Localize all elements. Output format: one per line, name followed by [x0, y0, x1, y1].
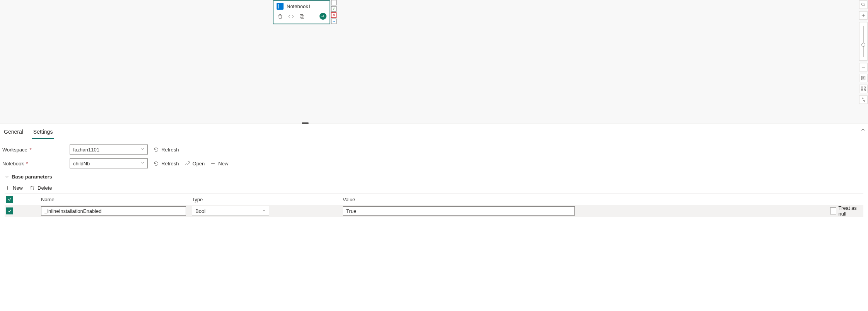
workspace-label: Workspace * — [2, 147, 64, 153]
toolbar-divider — [26, 184, 26, 191]
pipeline-canvas[interactable]: Notebook1 ✓ ✕ → — [0, 0, 868, 124]
treat-as-null-checkbox[interactable] — [830, 207, 836, 214]
chevron-down-icon — [5, 175, 9, 179]
workspace-label-text: Workspace — [2, 147, 27, 153]
run-icon[interactable] — [320, 13, 326, 20]
notebook-label-text: Notebook — [2, 161, 24, 167]
copy-icon[interactable] — [298, 13, 305, 20]
svg-rect-4 — [863, 77, 864, 79]
param-name-input[interactable] — [41, 206, 186, 216]
tab-settings[interactable]: Settings — [32, 126, 55, 139]
collapse-icon[interactable] — [859, 95, 868, 104]
notebook-label: Notebook * — [2, 161, 64, 167]
chevron-down-icon — [140, 147, 145, 153]
properties-panel: General Settings Workspace * fazhan1101 … — [0, 124, 868, 311]
param-value-input[interactable] — [343, 206, 575, 216]
tab-general[interactable]: General — [2, 126, 25, 139]
header-name: Name — [39, 197, 190, 202]
panel-collapse-icon[interactable] — [860, 127, 866, 134]
zoom-out-icon[interactable] — [859, 63, 868, 71]
status-placeholder-icon[interactable] — [331, 0, 337, 5]
table-header-row: Name Type Value — [5, 194, 863, 205]
search-icon[interactable] — [859, 0, 868, 9]
row-checkbox[interactable] — [6, 207, 13, 214]
notebook-dropdown-value: childNb — [73, 161, 90, 167]
notebook-activity-node[interactable]: Notebook1 — [273, 0, 330, 24]
header-type: Type — [190, 197, 341, 202]
required-mark: * — [26, 161, 28, 167]
workspace-refresh-button[interactable]: Refresh — [153, 147, 179, 153]
chevron-down-icon — [262, 208, 267, 214]
header-checkbox-cell — [5, 196, 39, 203]
refresh-label: Refresh — [161, 147, 179, 153]
status-err-icon[interactable]: ✕ — [331, 12, 337, 18]
settings-form: Workspace * fazhan1101 Refresh Notebook … — [0, 139, 868, 217]
refresh-label: Refresh — [161, 161, 179, 167]
node-status-stack: ✓ ✕ → — [331, 0, 337, 24]
workspace-dropdown[interactable]: fazhan1101 — [70, 144, 148, 155]
notebook-refresh-button[interactable]: Refresh — [153, 161, 179, 167]
chevron-down-icon — [140, 161, 145, 167]
workspace-dropdown-value: fazhan1101 — [73, 147, 99, 153]
base-parameters-section-toggle[interactable]: Base parameters — [2, 172, 866, 181]
table-row: Bool Treat as null — [5, 205, 863, 217]
code-icon[interactable] — [287, 13, 294, 20]
svg-rect-7 — [861, 90, 863, 91]
zoom-slider[interactable] — [859, 22, 868, 61]
open-label: Open — [193, 161, 205, 167]
param-delete-button[interactable]: Delete — [29, 185, 52, 191]
notebook-icon — [277, 3, 284, 10]
node-title: Notebook1 — [287, 3, 311, 9]
svg-rect-5 — [861, 87, 863, 88]
status-ok-icon[interactable]: ✓ — [331, 6, 337, 12]
param-type-dropdown[interactable]: Bool — [192, 206, 269, 216]
panel-tabs: General Settings — [0, 124, 868, 139]
svg-rect-1 — [300, 14, 303, 17]
trash-icon[interactable] — [277, 13, 284, 20]
parameters-table: Name Type Value Bool — [5, 194, 863, 217]
zoom-in-icon[interactable] — [859, 11, 868, 20]
svg-rect-0 — [301, 15, 304, 19]
svg-rect-6 — [864, 87, 866, 88]
canvas-right-rail — [859, 0, 868, 104]
new-notebook-button[interactable]: New — [210, 161, 228, 167]
fit-screen-icon[interactable] — [859, 74, 868, 82]
open-button[interactable]: Open — [185, 161, 205, 167]
select-all-checkbox[interactable] — [6, 196, 13, 203]
svg-rect-8 — [864, 90, 866, 91]
treat-as-null-label: Treat as null — [839, 205, 862, 217]
svg-rect-3 — [861, 76, 865, 80]
svg-point-2 — [861, 3, 864, 5]
param-type-value: Bool — [195, 208, 205, 214]
param-new-button[interactable]: New — [5, 185, 23, 191]
notebook-dropdown[interactable]: childNb — [70, 158, 148, 168]
header-value: Value — [341, 197, 829, 202]
new-label: New — [218, 161, 228, 167]
base-parameters-label: Base parameters — [12, 174, 52, 180]
required-mark: * — [29, 147, 31, 153]
param-new-label: New — [13, 185, 23, 191]
param-delete-label: Delete — [38, 185, 52, 191]
auto-layout-icon[interactable] — [859, 85, 868, 93]
status-go-icon[interactable]: → — [331, 19, 337, 24]
